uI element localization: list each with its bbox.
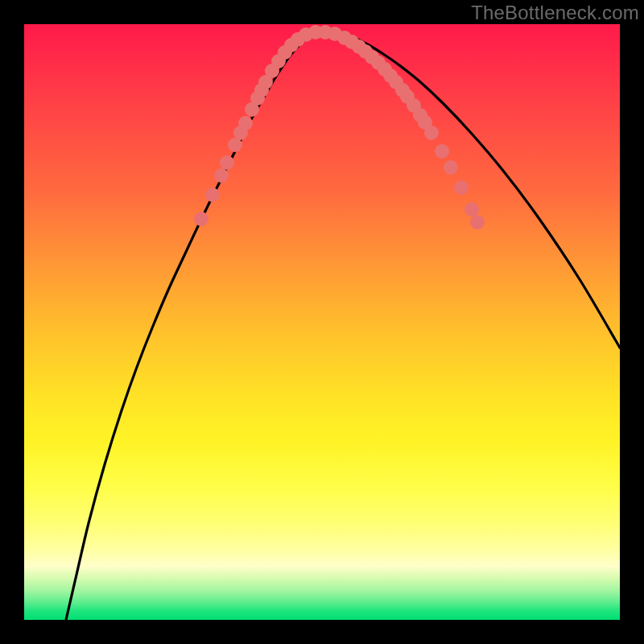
chart-plot-area [24,24,620,620]
chart-marker [470,215,485,229]
chart-marker [435,144,449,159]
chart-marker [424,126,439,140]
chart-marker [238,116,253,130]
chart-marker [205,188,220,202]
chart-svg [24,24,620,620]
chart-marker [194,212,208,226]
chart-marker [444,160,458,175]
chart-marker [454,180,469,195]
watermark-text: TheBottleneck.com [471,2,639,24]
chart-marker [214,168,229,183]
chart-markers [194,25,485,229]
chart-marker [464,202,479,217]
chart-marker [220,155,234,170]
chart-curve-line [66,31,620,620]
chart-canvas: TheBottleneck.com [0,0,644,644]
